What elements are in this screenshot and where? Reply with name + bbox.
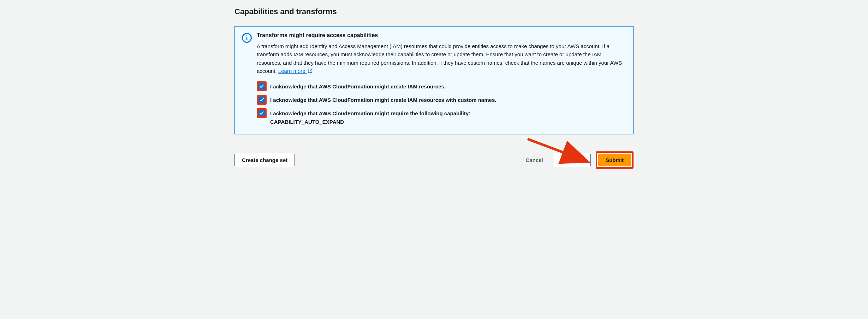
acknowledgement-row: I acknowledge that AWS CloudFormation mi… (257, 95, 626, 105)
checkbox-highlight (257, 95, 267, 105)
external-link-icon (308, 68, 313, 73)
learn-more-link[interactable]: Learn more (278, 68, 313, 74)
acknowledge-label: I acknowledge that AWS CloudFormation mi… (270, 81, 446, 91)
acknowledge-label: I acknowledge that AWS CloudFormation mi… (270, 95, 496, 104)
acknowledgement-row: I acknowledge that AWS CloudFormation mi… (257, 81, 626, 91)
cancel-button[interactable]: Cancel (520, 154, 549, 166)
info-content: Transforms might require access capabili… (257, 32, 626, 126)
acknowledge-iam-custom-checkbox[interactable] (258, 97, 265, 103)
acknowledge-iam-checkbox[interactable] (258, 83, 265, 89)
info-icon-wrap: i (242, 32, 252, 126)
checkbox-highlight (257, 108, 267, 118)
info-title: Transforms might require access capabili… (257, 32, 626, 39)
button-row: Create change set Cancel Previous Submit (234, 151, 634, 169)
info-description: A transform might add Identity and Acces… (257, 42, 626, 75)
submit-button[interactable]: Submit (598, 154, 631, 166)
check-icon (259, 97, 264, 102)
acknowledgement-row: I acknowledge that AWS CloudFormation mi… (257, 108, 626, 126)
acknowledge-auto-expand-checkbox[interactable] (258, 110, 265, 116)
section-title: Capabilities and transforms (234, 7, 634, 16)
check-icon (259, 111, 264, 116)
right-buttons: Cancel Previous Submit (520, 151, 634, 169)
info-icon: i (242, 33, 252, 43)
create-change-set-button[interactable]: Create change set (234, 154, 295, 166)
info-alert: i Transforms might require access capabi… (234, 26, 634, 134)
previous-button[interactable]: Previous (554, 154, 591, 166)
check-icon (259, 84, 264, 89)
capabilities-section: Capabilities and transforms i Transforms… (234, 0, 634, 179)
checkbox-highlight (257, 81, 267, 91)
acknowledge-label: I acknowledge that AWS CloudFormation mi… (270, 108, 514, 126)
submit-highlight: Submit (596, 151, 634, 169)
